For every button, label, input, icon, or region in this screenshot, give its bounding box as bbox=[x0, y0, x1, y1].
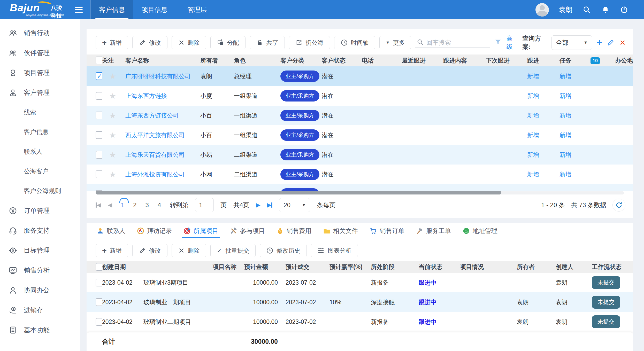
customer-name-link[interactable]: 广东呀呀呀科技有限公司 bbox=[125, 72, 200, 80]
customer-row[interactable]: ★上海乐天百货有限公司小易二组渠道业主/采购方潜在新增新增 bbox=[87, 145, 633, 165]
row-checkbox[interactable] bbox=[96, 131, 102, 139]
sidebar-subitem-联系人[interactable]: 联系人 bbox=[0, 142, 80, 161]
customers-扔公海-button[interactable]: 扔公海 bbox=[289, 36, 330, 49]
row-checkbox[interactable] bbox=[96, 170, 102, 178]
customer-row[interactable]: ★上海东西方链接公司小百一组渠道业主/采购方潜在新增新增 bbox=[87, 106, 633, 125]
row-checkbox[interactable] bbox=[96, 92, 102, 100]
customers-修改-button[interactable]: 修改 bbox=[132, 36, 167, 49]
advanced-search-link[interactable]: 高级 bbox=[506, 34, 518, 51]
details-修改-button[interactable]: 修改 bbox=[132, 244, 167, 257]
star-icon[interactable]: ★ bbox=[102, 131, 125, 140]
bell-icon[interactable] bbox=[601, 5, 610, 14]
sidebar-item-销售行动[interactable]: 销售行动 bbox=[0, 23, 80, 43]
column-header-最近跟进[interactable]: 最近跟进 bbox=[402, 57, 443, 65]
edit-query-plan-button[interactable] bbox=[607, 39, 615, 46]
add-follow-link[interactable]: 新增 bbox=[527, 151, 539, 158]
current-status-link[interactable]: 跟进中 bbox=[419, 279, 436, 286]
sidebar-item-伙伴管理[interactable]: 伙伴管理 bbox=[0, 43, 80, 63]
column-header-下次跟进[interactable]: 下次跟进 bbox=[486, 57, 527, 65]
sidebar-item-目标管理[interactable]: 目标管理 bbox=[0, 240, 80, 260]
main-tab-管理层[interactable]: 管理层 bbox=[176, 0, 218, 19]
search-input[interactable] bbox=[426, 39, 488, 46]
column-header-项目情况[interactable]: 项目情况 bbox=[460, 263, 517, 271]
customer-row[interactable]: ★上海东西方链接小度一组渠道业主/采购方潜在新增新增 bbox=[87, 86, 633, 106]
last-page-button[interactable]: ▶ bbox=[267, 202, 273, 208]
add-task-link[interactable]: 新增 bbox=[559, 151, 571, 158]
goto-page-input[interactable] bbox=[195, 198, 214, 212]
column-header-关注[interactable]: 关注 bbox=[102, 57, 125, 65]
add-follow-link[interactable]: 新增 bbox=[527, 171, 539, 178]
star-icon[interactable]: ★ bbox=[102, 150, 125, 159]
add-task-link[interactable]: 新增 bbox=[559, 92, 571, 99]
star-icon[interactable]: ★ bbox=[102, 91, 125, 100]
customers-删除-button[interactable]: 删除 bbox=[172, 36, 206, 49]
avatar[interactable] bbox=[535, 3, 549, 17]
details-新增-button[interactable]: +新增 bbox=[96, 244, 128, 257]
scrollbar-thumb[interactable] bbox=[96, 191, 501, 194]
column-header-预计金额[interactable]: 预计金额 bbox=[244, 263, 286, 271]
detail-tab-联系人[interactable]: 联系人 bbox=[96, 227, 125, 238]
add-follow-link[interactable]: 新增 bbox=[527, 73, 539, 80]
add-task-link[interactable]: 新增 bbox=[559, 73, 571, 80]
add-follow-link[interactable]: 新增 bbox=[527, 112, 539, 119]
sidebar-subitem-线索[interactable]: 线索 bbox=[0, 103, 80, 122]
details-图表分析-button[interactable]: 图表分析 bbox=[311, 244, 358, 257]
first-page-button[interactable]: ◀ bbox=[96, 202, 101, 208]
customer-name-link[interactable]: 上海乐天百货有限公司 bbox=[125, 151, 200, 159]
sidebar-subitem-公海客户[interactable]: 公海客户 bbox=[0, 161, 80, 181]
column-header-创建日期[interactable]: 创建日期 bbox=[102, 263, 143, 271]
column-header-工作流状态[interactable]: 工作流状态 bbox=[592, 263, 633, 271]
column-header-客户状态[interactable]: 客户状态 bbox=[322, 57, 362, 65]
detail-tab-拜访记录[interactable]: 拜访记录 bbox=[137, 227, 172, 238]
main-tab-客户信息[interactable]: 客户信息 bbox=[90, 0, 133, 19]
details-批量提交-button[interactable]: ✓批量提交 bbox=[210, 244, 256, 257]
page-number-1[interactable]: 1 bbox=[119, 200, 126, 210]
prev-page-button[interactable]: ◀ bbox=[108, 202, 112, 208]
customer-name-link[interactable]: 上海外滩投资有限公司 bbox=[125, 170, 200, 178]
column-header-电话[interactable]: 电话 bbox=[362, 57, 402, 65]
select-all-checkbox[interactable] bbox=[96, 263, 102, 271]
customer-row[interactable]: ★上海外滩投资有限公司小网二组渠道业主/采购方潜在新增新增 bbox=[87, 165, 633, 184]
row-checkbox[interactable] bbox=[96, 318, 102, 326]
power-icon[interactable] bbox=[620, 5, 628, 14]
current-status-link[interactable]: 跟进中 bbox=[419, 318, 436, 325]
select-all-checkbox[interactable] bbox=[96, 57, 102, 64]
customer-name-link[interactable]: 上海东西方链接 bbox=[125, 92, 200, 100]
column-header-所有者[interactable]: 所有者 bbox=[200, 57, 234, 65]
detail-tab-销售费用[interactable]: 销售费用 bbox=[276, 227, 311, 238]
details-删除-button[interactable]: 删除 bbox=[172, 244, 206, 257]
sidebar-item-协同办公[interactable]: 协同办公 bbox=[0, 280, 80, 300]
row-checkbox[interactable]: ✓ bbox=[96, 72, 102, 80]
delete-query-plan-button[interactable] bbox=[619, 39, 626, 46]
row-checkbox[interactable] bbox=[96, 298, 102, 306]
detail-tab-服务工单[interactable]: 服务工单 bbox=[416, 227, 451, 238]
star-icon[interactable]: ★ bbox=[102, 170, 125, 179]
customers-更多-button[interactable]: ▼更多 bbox=[379, 36, 411, 49]
detail-tab-销售订单[interactable]: 销售订单 bbox=[369, 227, 404, 238]
column-header-客户名称[interactable]: 客户名称 bbox=[125, 57, 200, 65]
project-row[interactable]: 2023-04-02玻璃制业一期项目10000.002023-07-0210%深… bbox=[87, 292, 633, 312]
column-header-预计赢率(%)[interactable]: 预计赢率(%) bbox=[329, 263, 371, 271]
add-task-link[interactable]: 新增 bbox=[559, 112, 571, 119]
column-header-角色[interactable]: 角色 bbox=[234, 57, 280, 65]
customer-row[interactable]: ★上海创亦文化有限公司小页二组渠道业主/采购方潜在新增新增 bbox=[87, 184, 633, 191]
customers-共享-button[interactable]: 共享 bbox=[250, 36, 285, 49]
sidebar-item-服务支持[interactable]: 服务支持 bbox=[0, 221, 80, 240]
filter-funnel-icon[interactable] bbox=[494, 38, 502, 47]
page-number-3[interactable]: 3 bbox=[143, 200, 151, 210]
sidebar-subitem-客户公海规则[interactable]: 客户公海规则 bbox=[0, 181, 80, 201]
sidebar-item-客户管理[interactable]: 客户管理 bbox=[0, 83, 80, 103]
detail-tab-参与项目[interactable]: 参与项目 bbox=[230, 227, 265, 238]
page-number-2[interactable]: 2 bbox=[131, 200, 139, 210]
sidebar-item-订单管理[interactable]: 订单管理 bbox=[0, 201, 80, 221]
page-size-select[interactable]: 20 ▼ bbox=[279, 198, 310, 212]
sidebar-item-项目管理[interactable]: 项目管理 bbox=[0, 63, 80, 83]
customers-分配-button[interactable]: 分配 bbox=[210, 36, 246, 49]
column-header-任务[interactable]: 任务 bbox=[559, 57, 591, 65]
customers-新增-button[interactable]: +新增 bbox=[96, 36, 128, 49]
current-status-link[interactable]: 跟进中 bbox=[419, 299, 436, 306]
column-header-客户分类[interactable]: 客户分类 bbox=[280, 57, 322, 65]
star-icon[interactable]: ★ bbox=[102, 111, 125, 120]
column-header-项目名称[interactable]: 项目名称 bbox=[143, 263, 244, 271]
sidebar-item-基本功能[interactable]: 基本功能 bbox=[0, 320, 80, 340]
